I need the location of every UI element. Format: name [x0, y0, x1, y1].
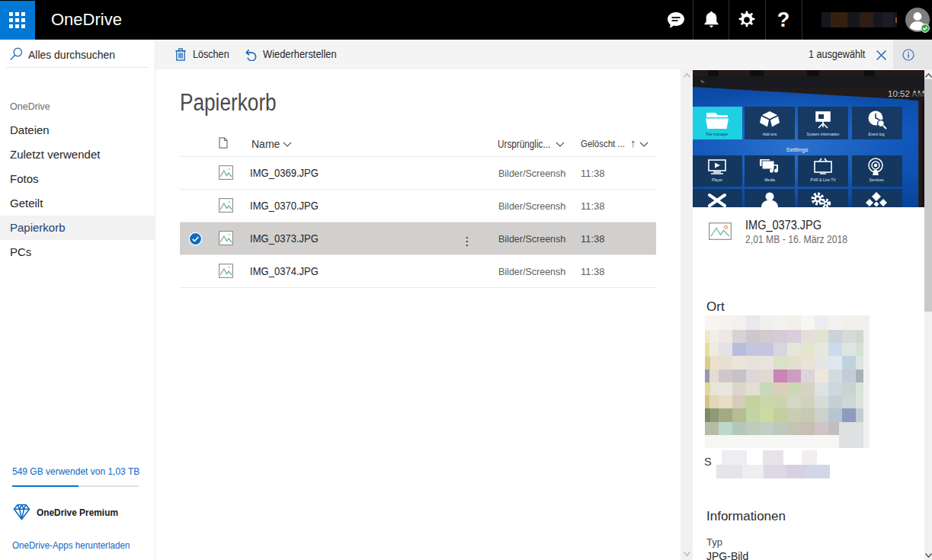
svg-text:Settings: Settings	[786, 146, 809, 153]
svg-text:File manager: File manager	[706, 132, 729, 136]
svg-text:System information: System information	[807, 132, 840, 136]
svg-text:PVR & Live TV: PVR & Live TV	[810, 178, 836, 182]
svg-text:Event log: Event log	[869, 132, 885, 136]
svg-text:Services: Services	[869, 178, 884, 182]
svg-text:Add-ons: Add-ons	[763, 132, 777, 136]
svg-text:Player: Player	[712, 178, 723, 182]
svg-text:Media: Media	[764, 178, 775, 182]
